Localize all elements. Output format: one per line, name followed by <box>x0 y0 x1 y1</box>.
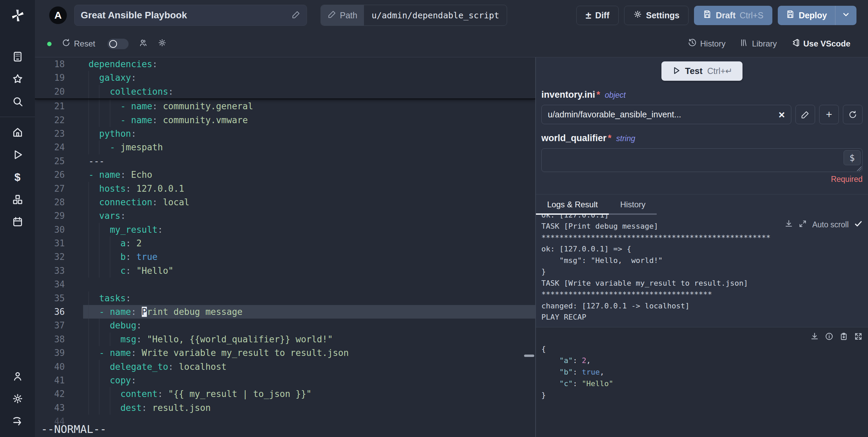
code-line[interactable]: 30 my_result: <box>35 223 535 236</box>
main-split: 18dependencies:19 galaxy:20 collections:… <box>35 57 868 437</box>
code-line[interactable]: 22 - name: community.vmware <box>35 113 535 127</box>
inventory-input[interactable]: u/admin/favorable_ansible_invent... × <box>541 105 791 124</box>
log-line: changed: [127.0.0.1 -> localhost] <box>536 300 868 312</box>
code-line[interactable]: 37 debug: <box>35 319 535 332</box>
schedules-icon[interactable] <box>0 211 35 233</box>
history-button[interactable]: History <box>688 38 726 49</box>
code-line[interactable]: 20 collections: <box>35 85 535 98</box>
code-line[interactable]: 28 connection: local <box>35 195 535 209</box>
star-icon[interactable] <box>0 68 35 90</box>
world-qualifier-field-label: world_qualifier * string <box>541 133 863 144</box>
test-button[interactable]: Test Ctrl+↵ <box>661 61 743 81</box>
code-line[interactable]: 35 tasks: <box>35 291 535 305</box>
editor-settings-button[interactable] <box>158 38 167 49</box>
code-line[interactable]: 38 msg: "Hello, {{world_qualifier}} worl… <box>35 332 535 346</box>
library-icon <box>740 38 749 49</box>
variable-picker-button[interactable]: $ <box>844 150 861 165</box>
script-title-input[interactable]: Great Ansible Playbook <box>74 5 307 26</box>
log-line: ok: [127.0.0.1] => { <box>536 243 868 255</box>
code-line[interactable]: 21 - name: community.general <box>35 99 535 113</box>
clear-icon[interactable]: × <box>778 109 785 120</box>
code-line[interactable]: 43 dest: result.json <box>35 401 535 415</box>
code-editor[interactable]: 18dependencies:19 galaxy:20 collections:… <box>35 57 535 437</box>
diff-button[interactable]: ± Diff <box>576 6 618 25</box>
split-divider[interactable] <box>535 57 536 437</box>
code-line[interactable]: 32 b: true <box>35 250 535 264</box>
tab-history[interactable]: History <box>609 194 657 215</box>
gear-icon <box>633 10 642 21</box>
result-line: "a": 2, <box>536 355 868 366</box>
clipboard-icon[interactable] <box>840 332 848 342</box>
code-line[interactable]: 44 <box>35 415 535 428</box>
diff-mode-toggle[interactable] <box>108 39 129 49</box>
reset-button[interactable]: Reset <box>62 38 95 49</box>
play-icon <box>672 66 680 76</box>
download-icon[interactable] <box>785 220 793 230</box>
download-icon[interactable] <box>810 332 819 342</box>
code-line[interactable]: 36 - name: Print debug message <box>35 305 535 319</box>
ansible-logo-avatar: A <box>49 6 67 24</box>
code-line[interactable]: 19 galaxy: <box>35 71 535 84</box>
log-viewer[interactable]: ok: [127.0.0.1] TASK [Print debug messag… <box>536 215 868 323</box>
tab-logs-result[interactable]: Logs & Result <box>536 194 609 215</box>
code-line[interactable]: 34 <box>35 278 535 291</box>
code-line[interactable]: 41 copy: <box>35 374 535 387</box>
chevron-down-icon <box>842 10 850 20</box>
code-line[interactable]: 39 - name: Write variable my_result to r… <box>35 346 535 360</box>
code-line[interactable]: 29 vars: <box>35 209 535 223</box>
deploy-button[interactable]: Deploy <box>778 6 835 25</box>
result-json: { "a": 2, "b": true, "c": "Hello"} <box>536 343 868 401</box>
settings-icon[interactable] <box>0 387 35 410</box>
checkmark-icon[interactable] <box>854 220 863 230</box>
edit-inventory-button[interactable] <box>795 105 815 124</box>
refresh-icon <box>62 38 71 49</box>
settings-button[interactable]: Settings <box>624 6 689 25</box>
add-inventory-button[interactable]: + <box>819 105 839 124</box>
library-button[interactable]: Library <box>740 38 777 49</box>
log-line: ************************************** <box>536 289 868 300</box>
variables-icon[interactable]: $ <box>0 166 35 188</box>
expand-icon[interactable] <box>798 220 807 230</box>
edit-title-pencil-icon[interactable] <box>292 10 301 20</box>
path-pencil-icon <box>328 10 336 21</box>
inventory-field-label: inventory.ini * object <box>541 90 863 100</box>
sidebar: $ <box>0 0 35 437</box>
collaborators-button[interactable] <box>139 38 148 49</box>
code-line[interactable]: 23 python: <box>35 127 535 140</box>
use-vscode-button[interactable]: Use VScode <box>791 38 850 49</box>
code-line[interactable]: 24 - jmespath <box>35 140 535 154</box>
status-dot <box>47 42 52 46</box>
path-widget[interactable]: Path u/admin/dependable_script <box>321 5 507 26</box>
code-line[interactable]: 18dependencies: <box>35 57 535 71</box>
logout-icon[interactable] <box>0 410 35 432</box>
refresh-inventory-button[interactable] <box>843 105 863 124</box>
user-icon[interactable] <box>0 365 35 387</box>
code-line[interactable]: 42 content: "{{ my_result | to_json }}" <box>35 387 535 401</box>
path-label-segment[interactable]: Path <box>321 5 364 25</box>
expand-icon[interactable] <box>854 332 863 342</box>
code-line[interactable]: 31 a: 2 <box>35 236 535 250</box>
windmill-logo[interactable] <box>8 6 27 25</box>
info-icon[interactable] <box>825 332 833 342</box>
history-clock-icon <box>688 38 697 49</box>
split-drag-handle[interactable] <box>524 355 534 357</box>
draft-button[interactable]: Draft Ctrl+S <box>694 6 772 25</box>
run-panel: Test Ctrl+↵ inventory.ini * object u/adm… <box>536 57 868 437</box>
code-line[interactable]: 25--- <box>35 154 535 168</box>
vscode-icon <box>791 38 800 49</box>
log-line: "msg": "Hello, world!" <box>536 255 868 266</box>
home-icon[interactable] <box>0 121 35 144</box>
plus-minus-icon: ± <box>585 10 591 21</box>
resources-icon[interactable] <box>0 188 35 211</box>
code-line[interactable]: 40 delegate_to: localhost <box>35 360 535 374</box>
code-line[interactable]: 33 c: "Hello" <box>35 264 535 278</box>
code-line[interactable]: 27 hosts: 127.0.0.1 <box>35 182 535 195</box>
deploy-dropdown-button[interactable] <box>835 6 856 25</box>
code-line[interactable]: 26- name: Echo <box>35 168 535 182</box>
resize-handle[interactable] <box>857 166 862 171</box>
runs-icon[interactable] <box>0 144 35 166</box>
workspace-icon[interactable] <box>0 45 35 68</box>
world-qualifier-input[interactable]: $ <box>541 148 863 172</box>
autoscroll-label[interactable]: Auto scroll <box>812 220 849 229</box>
search-icon[interactable] <box>0 90 35 113</box>
